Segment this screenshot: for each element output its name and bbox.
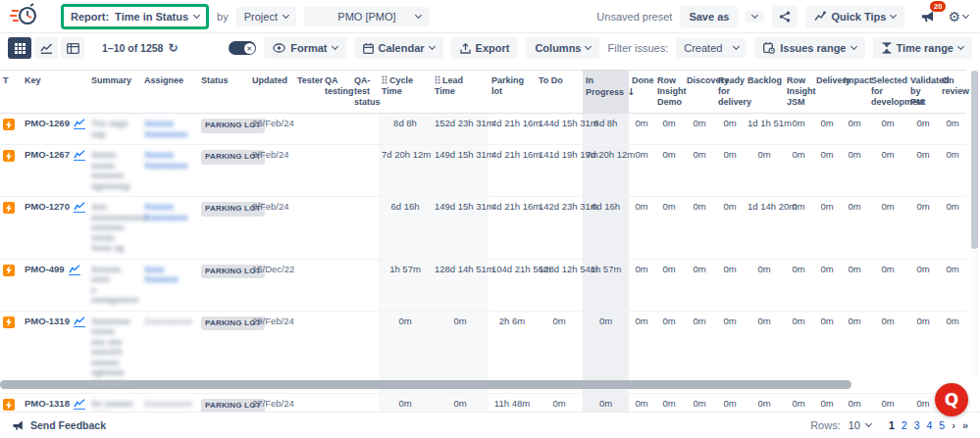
cell-key: PMO-1269: [22, 114, 88, 145]
summary-redacted-text: Xxxxxxxxxxxxxxxxxxxxxx XXXxXxxx xg: [91, 202, 138, 254]
cell-ri-demo: 0m: [654, 197, 684, 260]
issue-key-link[interactable]: PMO-1267: [25, 150, 70, 161]
column-header-delivery[interactable]: Delivery: [813, 71, 841, 114]
rows-per-page-select[interactable]: 10: [849, 419, 871, 431]
save-as-dropdown-button[interactable]: [746, 11, 764, 23]
cell-updated: 15/Dec/22: [249, 259, 294, 311]
column-header-qa-test-status[interactable]: QA-test status: [351, 71, 379, 114]
assignee-redacted-text[interactable]: Xxxxxx Xxxxxxxxx: [144, 118, 187, 139]
issue-type-glyph: [5, 266, 13, 274]
sort-descending-icon[interactable]: ↓: [627, 86, 635, 97]
column-header-parking[interactable]: Parking lot: [489, 71, 536, 114]
cell-impact: 0m: [841, 394, 868, 413]
column-header-selected[interactable]: Selected for development: [868, 71, 907, 114]
issue-key-link[interactable]: PMO-1270: [25, 202, 70, 213]
column-header-updated[interactable]: Updated: [249, 71, 294, 114]
cell-parking: 4d 21h 16m: [489, 145, 536, 197]
horizontal-scrollbar-thumb[interactable]: [0, 380, 851, 389]
column-header-on-review[interactable]: On review: [939, 71, 966, 114]
assignee-redacted-text[interactable]: Xxxxxx Xxxxxxxxx: [144, 149, 187, 170]
table-row: PMO-1269Txx xxgx xxpXxxxxx XxxxxxxxxPARK…: [0, 114, 966, 145]
column-header-label: Row Insight JSM: [787, 75, 816, 107]
column-header-qa-testing[interactable]: QA testing: [322, 71, 351, 114]
column-header-ri-demo[interactable]: Row Insight Demo: [654, 71, 684, 114]
issue-chart-button[interactable]: [74, 150, 85, 161]
cell-qa-test-status: [351, 259, 379, 311]
issue-chart-button[interactable]: [74, 202, 85, 213]
column-header-discovery[interactable]: Discovery: [684, 71, 715, 114]
cell-in-progress: 7d 20h 12m: [583, 145, 629, 197]
view-chart-button[interactable]: [34, 37, 58, 59]
column-header-tester[interactable]: Tester: [294, 71, 322, 114]
filter-issues-value: Created: [684, 42, 722, 54]
summary-redacted-text: Txx xxgx xxp: [91, 119, 138, 139]
column-header-status[interactable]: Status: [198, 71, 249, 114]
columns-button[interactable]: Columns: [526, 37, 599, 59]
settings-button[interactable]: ⚙: [946, 8, 970, 25]
send-feedback-button[interactable]: Send Feedback: [12, 419, 106, 431]
scope-select[interactable]: Project: [236, 7, 296, 26]
compact-mode-toggle[interactable]: ✕: [229, 41, 256, 55]
column-header-assignee[interactable]: Assignee: [141, 71, 198, 114]
issue-chart-button[interactable]: [74, 119, 85, 129]
issue-key-link[interactable]: PMO-1319: [25, 316, 70, 327]
vertical-scrollbar[interactable]: [971, 71, 978, 378]
horizontal-scrollbar[interactable]: [0, 380, 925, 389]
next-page-icon[interactable]: ›: [952, 419, 955, 431]
share-button[interactable]: [772, 6, 798, 27]
cell-backlog: 1d 1h 51m: [745, 114, 784, 145]
cell-qa-testing: [322, 145, 351, 197]
column-header-ready[interactable]: Ready for delivery: [715, 71, 745, 114]
calendar-button[interactable]: Calendar: [354, 37, 443, 59]
page-button-1[interactable]: 1: [889, 419, 895, 431]
issue-key-link[interactable]: PMO-1318: [25, 399, 70, 410]
cell-tester: [294, 145, 322, 197]
last-page-icon[interactable]: »: [962, 419, 968, 431]
view-board-button[interactable]: [61, 37, 84, 59]
column-header-in-progress[interactable]: In Progress↓: [583, 71, 629, 114]
column-header-todo[interactable]: To Do: [536, 71, 583, 114]
summary-redacted-text: Xxxxxxxx xxxxxxxx xxx xxxxXXxxxxxx xgxxx…: [91, 316, 138, 389]
quick-tips-button[interactable]: Quick Tips: [805, 6, 904, 27]
column-header-validated[interactable]: Validated by PM: [907, 71, 939, 114]
refresh-icon[interactable]: ↻: [168, 41, 178, 55]
cell-on-review: 0m: [939, 197, 966, 260]
cell-lead: 149d 15h 31m: [432, 197, 489, 260]
page-button-4[interactable]: 4: [927, 419, 933, 431]
issue-chart-button[interactable]: [74, 399, 85, 410]
filter-issues-select[interactable]: Created: [676, 38, 747, 58]
page-button-5[interactable]: 5: [939, 419, 945, 431]
column-header-type[interactable]: T: [0, 71, 22, 114]
notifications-button[interactable]: 20: [918, 7, 938, 25]
column-header-impact[interactable]: Impact: [841, 71, 868, 114]
save-as-button[interactable]: Save as: [680, 6, 738, 27]
cell-lead: 128d 14h 51m: [432, 259, 489, 311]
issue-chart-button[interactable]: [69, 265, 80, 275]
time-range-button[interactable]: Time range: [873, 37, 973, 59]
vertical-scrollbar-thumb[interactable]: [971, 71, 978, 249]
cell-discovery: 0m: [684, 394, 715, 413]
cell-backlog: 0m: [745, 145, 784, 197]
export-button[interactable]: Export: [451, 37, 519, 59]
column-header-key[interactable]: Key: [22, 71, 88, 114]
page-button-3[interactable]: 3: [914, 419, 920, 431]
support-widget-button[interactable]: Q: [935, 383, 968, 416]
column-header-summary[interactable]: Summary: [88, 71, 141, 114]
app-logo-icon: [10, 3, 39, 30]
report-select[interactable]: Time in Status: [115, 11, 199, 23]
column-header-ri-jsm[interactable]: Row Insight JSM: [784, 71, 813, 114]
issues-range-button[interactable]: Issues range: [754, 37, 864, 59]
view-table-button[interactable]: [8, 37, 31, 59]
issue-key-link[interactable]: PMO-499: [25, 265, 65, 275]
row-range-label: 1–10 of 1258: [102, 42, 163, 54]
project-select[interactable]: PMO [PMO]: [304, 7, 430, 26]
issue-chart-button[interactable]: [74, 316, 85, 327]
assignee-redacted-text[interactable]: Xxxx Xxxxxxx: [144, 264, 179, 285]
assignee-redacted-text[interactable]: Xxxxxx Xxxxxxxxx: [144, 201, 187, 222]
column-header-cycle[interactable]: Cycle Time: [379, 71, 432, 114]
cell-lead: 149d 15h 31m: [432, 145, 489, 197]
column-header-lead[interactable]: Lead Time: [432, 71, 489, 114]
issue-key-link[interactable]: PMO-1269: [25, 119, 70, 129]
format-button[interactable]: Format: [264, 37, 345, 59]
page-button-2[interactable]: 2: [902, 419, 907, 431]
